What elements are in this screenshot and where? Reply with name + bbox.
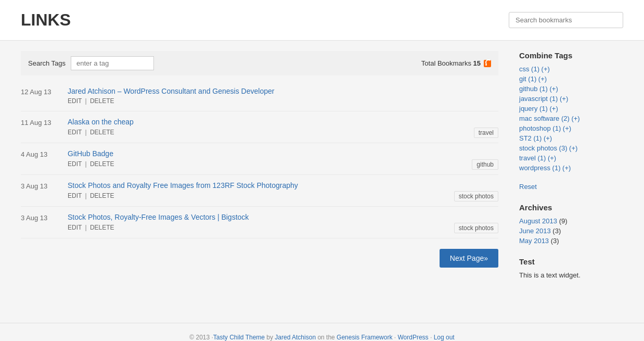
pagination-area: Next Page» <box>21 238 498 268</box>
delete-link[interactable]: DELETE <box>90 224 114 231</box>
archive-link[interactable]: August 2013 <box>519 217 557 225</box>
bookmark-link[interactable]: Stock Photos, Royalty-Free Images & Vect… <box>68 213 498 221</box>
top-bar: LINKS <box>0 0 644 41</box>
tag-link[interactable]: github (1) (+) <box>519 85 558 93</box>
tag-link[interactable]: javascript (1) (+) <box>519 95 568 103</box>
genesis-link[interactable]: Genesis Framework <box>337 334 392 341</box>
tag-link[interactable]: wordpress (1) (+) <box>519 164 571 172</box>
tag-badge: travel <box>474 128 498 138</box>
tag-link[interactable]: stock photos (3) (+) <box>519 144 577 152</box>
edit-link[interactable]: EDIT <box>68 192 82 199</box>
bookmark-actions: EDIT | DELETE travel <box>68 128 498 136</box>
combine-tags-title: Combine Tags <box>519 51 623 60</box>
total-count: 15 <box>473 59 481 67</box>
sidebar-tag-list: css (1) (+)git (1) (+)github (1) (+)java… <box>519 65 623 172</box>
bookmark-actions: EDIT | DELETE stock photos <box>68 223 498 232</box>
tag-badge: stock photos <box>454 223 498 233</box>
edit-delete: EDIT | DELETE <box>68 129 114 136</box>
footer-text: © 2013 ·Tasty Child Theme by Jared Atchi… <box>189 334 454 341</box>
bookmark-actions: EDIT | DELETE <box>68 97 498 105</box>
total-bookmarks-text: Total Bookmarks 15 <box>421 59 481 67</box>
delete-link[interactable]: DELETE <box>90 97 114 105</box>
bookmark-date: 11 Aug 13 <box>21 118 68 127</box>
list-item: git (1) (+) <box>519 75 623 83</box>
edit-link[interactable]: EDIT <box>68 129 82 136</box>
delete-link[interactable]: DELETE <box>90 129 114 136</box>
bookmark-date: 3 Aug 13 <box>21 181 68 190</box>
bookmark-date: 12 Aug 13 <box>21 87 68 96</box>
list-item: ST2 (1) (+) <box>519 134 623 142</box>
wordpress-link[interactable]: WordPress <box>397 334 428 341</box>
tag-search-input[interactable] <box>71 56 154 70</box>
bookmark-actions: EDIT | DELETE github <box>68 160 498 168</box>
bookmark-date: 4 Aug 13 <box>21 149 68 158</box>
total-bookmarks: Total Bookmarks 15 <box>421 59 491 67</box>
bookmark-link[interactable]: Stock Photos and Royalty Free Images fro… <box>68 181 498 190</box>
edit-link[interactable]: EDIT <box>68 160 82 168</box>
edit-link[interactable]: EDIT <box>68 97 82 105</box>
bookmark-link[interactable]: Alaska on the cheap <box>68 118 498 126</box>
search-tags-bar: Search Tags Total Bookmarks 15 <box>21 51 498 75</box>
edit-delete: EDIT | DELETE <box>68 224 114 231</box>
bookmark-link[interactable]: GitHub Badge <box>68 149 498 158</box>
bookmark-entry: 11 Aug 13 Alaska on the cheap EDIT | DEL… <box>21 111 498 143</box>
reset-link[interactable]: Reset <box>519 183 537 191</box>
delete-link[interactable]: DELETE <box>90 192 114 199</box>
bookmark-entry: 3 Aug 13 Stock Photos and Royalty Free I… <box>21 175 498 207</box>
list-item: stock photos (3) (+) <box>519 144 623 152</box>
bookmark-info: Jared Atchison – WordPress Consultant an… <box>68 87 498 105</box>
sidebar: Combine Tags css (1) (+)git (1) (+)githu… <box>519 51 623 292</box>
tag-link[interactable]: jquery (1) (+) <box>519 105 558 112</box>
bookmark-entry: 3 Aug 13 Stock Photos, Royalty-Free Imag… <box>21 207 498 238</box>
list-item: css (1) (+) <box>519 65 623 73</box>
tag-badges: stock photos <box>454 192 498 200</box>
test-section: Test This is a text widget. <box>519 257 623 279</box>
bookmark-info: GitHub Badge EDIT | DELETE github <box>68 149 498 168</box>
tag-link[interactable]: mac software (2) (+) <box>519 115 580 122</box>
archives-title: Archives <box>519 203 623 212</box>
page-title: LINKS <box>21 10 71 30</box>
delete-link[interactable]: DELETE <box>90 160 114 168</box>
tag-badge: stock photos <box>454 191 498 201</box>
rss-icon[interactable] <box>484 60 491 67</box>
bookmark-date: 3 Aug 13 <box>21 213 68 222</box>
search-bookmarks-input[interactable] <box>509 12 623 28</box>
logout-link[interactable]: Log out <box>434 334 455 341</box>
list-item: wordpress (1) (+) <box>519 164 623 172</box>
edit-link[interactable]: EDIT <box>68 224 82 231</box>
archive-link[interactable]: June 2013 <box>519 227 551 235</box>
combine-tags-section: Combine Tags css (1) (+)git (1) (+)githu… <box>519 51 623 191</box>
bookmark-actions: EDIT | DELETE stock photos <box>68 192 498 200</box>
test-text: This is a text widget. <box>519 271 623 279</box>
sidebar-archive-list: August 2013 (9)June 2013 (3)May 2013 (3) <box>519 217 623 245</box>
next-page-button[interactable]: Next Page» <box>440 249 498 268</box>
tag-link[interactable]: travel (1) (+) <box>519 154 556 162</box>
list-item: travel (1) (+) <box>519 154 623 162</box>
tag-link[interactable]: git (1) (+) <box>519 75 547 83</box>
bookmark-link[interactable]: Jared Atchison – WordPress Consultant an… <box>68 87 498 95</box>
tag-badge: github <box>472 159 498 170</box>
list-item: mac software (2) (+) <box>519 115 623 122</box>
bookmark-info: Alaska on the cheap EDIT | DELETE travel <box>68 118 498 136</box>
list-item: javascript (1) (+) <box>519 95 623 103</box>
bookmark-entry: 4 Aug 13 GitHub Badge EDIT | DELETE gith… <box>21 143 498 175</box>
archive-link[interactable]: May 2013 <box>519 237 549 245</box>
list-item: photoshop (1) (+) <box>519 124 623 132</box>
test-title: Test <box>519 257 623 266</box>
bookmarks-list: 12 Aug 13 Jared Atchison – WordPress Con… <box>21 81 498 238</box>
list-item: August 2013 (9) <box>519 217 623 225</box>
theme-link[interactable]: Tasty Child Theme <box>213 334 265 341</box>
search-tags-label: Search Tags <box>28 59 66 67</box>
bookmark-info: Stock Photos, Royalty-Free Images & Vect… <box>68 213 498 232</box>
edit-delete: EDIT | DELETE <box>68 160 114 168</box>
edit-delete: EDIT | DELETE <box>68 192 114 199</box>
tag-link[interactable]: photoshop (1) (+) <box>519 124 571 132</box>
list-item: June 2013 (3) <box>519 227 623 235</box>
author-link[interactable]: Jared Atchison <box>275 334 316 341</box>
tag-link[interactable]: ST2 (1) (+) <box>519 134 552 142</box>
content-area: Search Tags Total Bookmarks 15 12 Aug 13… <box>21 51 498 292</box>
tag-badges: travel <box>474 128 498 136</box>
tag-link[interactable]: css (1) (+) <box>519 65 550 73</box>
bookmark-entry: 12 Aug 13 Jared Atchison – WordPress Con… <box>21 81 498 111</box>
list-item: May 2013 (3) <box>519 237 623 245</box>
